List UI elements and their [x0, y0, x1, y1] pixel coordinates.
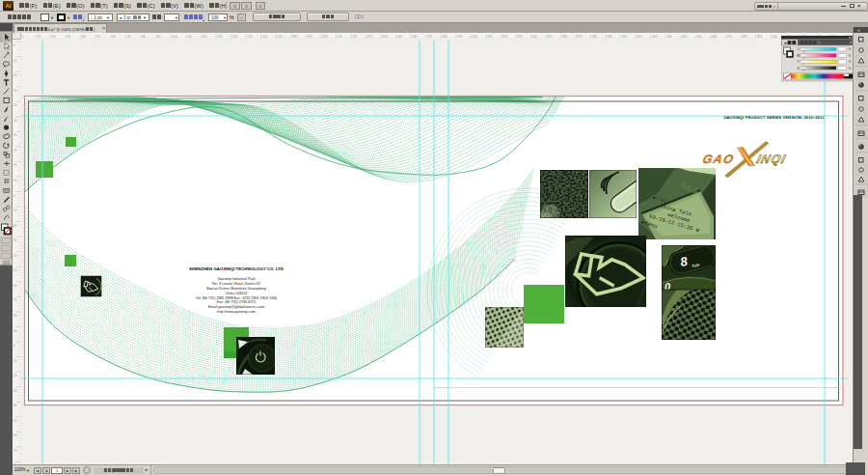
svg-text:130: 130	[217, 35, 223, 39]
svg-text:470: 470	[727, 35, 733, 39]
svg-text:China 518102: China 518102	[226, 292, 248, 295]
svg-text:300: 300	[472, 35, 477, 39]
svg-text:20: 20	[14, 374, 17, 377]
svg-text:%: %	[849, 60, 852, 64]
svg-text:60: 60	[14, 284, 17, 288]
svg-text:30: 30	[68, 35, 71, 39]
svg-text:40: 40	[14, 254, 17, 258]
svg-text:M: M	[797, 54, 800, 58]
svg-text:80: 80	[142, 35, 146, 39]
svg-text:330: 330	[517, 35, 523, 39]
svg-text:410: 410	[637, 35, 642, 39]
svg-text:Bao'an District Shenzhen Guang: Bao'an District Shenzhen Guangdong	[206, 287, 266, 291]
svg-text:270: 270	[427, 35, 433, 39]
svg-text:250: 250	[397, 35, 403, 39]
svg-text:120: 120	[203, 35, 208, 39]
svg-text:80: 80	[14, 163, 17, 167]
svg-text:Tel: (86 755) 2981 9999 Ext.:: Tel: (86 755) 2981 9999 Ext.: 3235 2902 …	[196, 296, 277, 300]
svg-text:30: 30	[14, 89, 17, 93]
svg-text:260: 260	[412, 35, 418, 39]
svg-text:460: 460	[712, 35, 718, 39]
svg-text:370: 370	[577, 35, 583, 39]
svg-text:20: 20	[14, 224, 17, 228]
svg-text:http://www.gaoxinqi.com: http://www.gaoxinqi.com	[217, 310, 256, 314]
svg-text:40: 40	[14, 103, 17, 107]
svg-text:480: 480	[742, 35, 747, 39]
svg-text:310: 310	[487, 35, 493, 39]
svg-text:230: 230	[367, 35, 373, 39]
svg-text:40: 40	[82, 35, 86, 39]
svg-text:«: «	[857, 27, 860, 33]
svg-text:90: 90	[14, 329, 17, 333]
svg-text:50: 50	[14, 119, 17, 123]
svg-text:10: 10	[37, 35, 41, 39]
svg-text:SHENZHEN GAOXINQI TECHNOLOGY C: SHENZHEN GAOXINQI TECHNOLOGY CO. LTD	[189, 266, 284, 271]
svg-text:60: 60	[14, 133, 17, 137]
svg-text:450: 450	[697, 35, 703, 39]
svg-text:340: 340	[532, 35, 538, 39]
svg-text:200: 200	[322, 35, 328, 39]
svg-text:490: 490	[757, 35, 763, 39]
svg-text:Fax: (86 755) 2794 6725: Fax: (86 755) 2794 6725	[217, 300, 256, 304]
svg-text:70: 70	[14, 149, 17, 153]
svg-text:110: 110	[187, 35, 192, 39]
svg-text:30: 30	[14, 389, 17, 393]
svg-text:90: 90	[14, 179, 17, 182]
svg-text:%: %	[849, 54, 852, 58]
svg-text:320: 320	[502, 35, 508, 39]
svg-text:380: 380	[592, 35, 598, 39]
svg-text:350: 350	[547, 35, 553, 39]
svg-text:180: 180	[292, 35, 298, 39]
svg-text:80: 80	[14, 314, 17, 318]
svg-text:10: 10	[14, 209, 17, 212]
svg-text:70: 70	[14, 298, 17, 302]
svg-text:20: 20	[14, 73, 17, 77]
svg-text:440: 440	[682, 35, 688, 39]
svg-text:No. 3 Liuxian Road, District 6: No. 3 Liuxian Road, District 67	[212, 282, 260, 286]
svg-text:70: 70	[127, 35, 131, 39]
svg-text:160: 160	[262, 35, 268, 39]
svg-text:430: 430	[667, 35, 673, 39]
svg-text:20: 20	[52, 35, 56, 39]
svg-text:390: 390	[607, 35, 612, 39]
svg-text:10: 10	[14, 59, 17, 63]
svg-text:400: 400	[622, 35, 628, 39]
svg-text:60: 60	[112, 35, 116, 39]
svg-text:30: 30	[14, 238, 17, 242]
svg-text:40: 40	[14, 404, 17, 407]
svg-text:Email:gaoxinqi@globalsources.c: Email:gaoxinqi@globalsources.com	[208, 305, 264, 309]
svg-text:220: 220	[352, 35, 358, 39]
svg-text:140: 140	[232, 35, 238, 39]
svg-text:70: 70	[14, 449, 17, 453]
svg-text:0: 0	[22, 35, 24, 39]
svg-text:50: 50	[14, 268, 17, 272]
svg-text:280: 280	[442, 35, 448, 39]
svg-text:500: 500	[772, 35, 777, 39]
svg-text:210: 210	[338, 35, 343, 39]
svg-text:190: 190	[307, 35, 312, 39]
svg-text:INQI: INQI	[755, 154, 788, 167]
svg-text:GAO: GAO	[701, 154, 736, 167]
svg-text:10: 10	[14, 359, 17, 363]
svg-text:240: 240	[382, 35, 388, 39]
svg-text:170: 170	[277, 35, 283, 39]
svg-text:◄: ◄	[783, 41, 787, 45]
svg-text:50: 50	[14, 419, 17, 423]
svg-text:GAOXINQI PRODUCT SERIES VERSIO: GAOXINQI PRODUCT SERIES VERSION: 2012~20…	[723, 115, 825, 120]
svg-text:50: 50	[97, 35, 101, 39]
svg-text:150: 150	[247, 35, 253, 39]
svg-text:100: 100	[172, 35, 177, 39]
svg-text:290: 290	[457, 35, 463, 39]
svg-text:%: %	[849, 47, 852, 51]
svg-text:60: 60	[14, 433, 17, 437]
svg-text:360: 360	[562, 35, 568, 39]
svg-text:420: 420	[652, 35, 658, 39]
svg-text:Gaoxinqi Industrial Park: Gaoxinqi Industrial Park	[217, 277, 255, 281]
svg-text:%: %	[849, 67, 852, 70]
svg-text:90: 90	[157, 35, 161, 39]
